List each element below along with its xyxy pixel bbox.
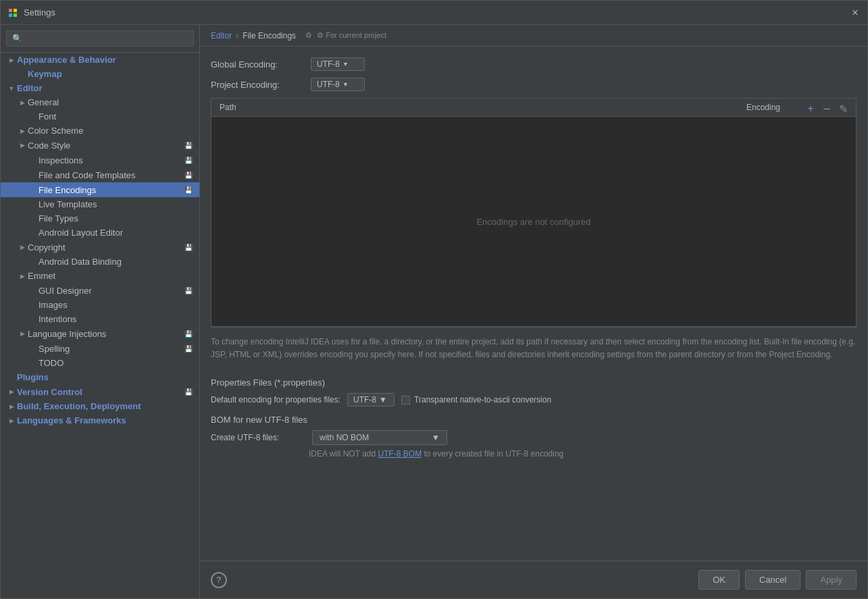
table-body-empty: Encodings are not configured: [211, 117, 856, 326]
bom-create-value: with NO BOM: [320, 433, 369, 442]
sidebar-item-gui-designer[interactable]: GUI Designer 💾: [1, 283, 199, 298]
arrow-icon: ▶: [17, 99, 28, 106]
titlebar: Settings ×: [1, 1, 867, 25]
sidebar-label: TODO: [39, 358, 194, 368]
sidebar-item-build-execution[interactable]: ▶ Build, Execution, Deployment: [1, 399, 199, 413]
sidebar-item-editor[interactable]: ▼ Editor: [1, 81, 199, 95]
sidebar-item-android-layout-editor[interactable]: Android Layout Editor: [1, 226, 199, 240]
search-input[interactable]: [6, 30, 194, 47]
sidebar-item-code-style[interactable]: ▶ Code Style 💾: [1, 138, 199, 153]
encodings-table: Path Encoding + − ✎ Encodings are not co…: [211, 98, 857, 327]
breadcrumb-editor-link[interactable]: Editor: [211, 31, 232, 41]
default-encoding-label: Default encoding for properties files:: [211, 395, 340, 405]
arrow-icon: ▶: [17, 330, 28, 337]
sidebar-item-version-control[interactable]: ▶ Version Control 💾: [1, 384, 199, 399]
sidebar-label: Android Data Binding: [39, 257, 194, 267]
sidebar-item-plugins[interactable]: Plugins: [1, 370, 199, 384]
add-encoding-button[interactable]: +: [803, 101, 818, 116]
table-header: Path Encoding + − ✎: [211, 99, 856, 117]
transparent-checkbox-wrapper: Transparent native-to-ascii conversion: [401, 395, 551, 405]
settings-window: Settings × ▶ Appearance & Behavior Keyma…: [0, 0, 868, 599]
sidebar-label: Version Control: [17, 387, 180, 397]
arrow-icon: ▶: [6, 417, 17, 424]
sidebar-label: Spelling: [39, 344, 180, 354]
sidebar: ▶ Appearance & Behavior Keymap ▼ Editor …: [1, 25, 200, 598]
dropdown-arrow-icon: ▼: [342, 81, 349, 88]
gear-icon: ⚙: [305, 31, 312, 39]
dropdown-arrow-icon: ▼: [379, 395, 387, 405]
path-column-header: Path: [220, 103, 746, 112]
close-button[interactable]: ×: [850, 7, 861, 18]
sidebar-label: Emmet: [28, 271, 194, 281]
save-icon: 💾: [183, 386, 194, 397]
sidebar-label: File Encodings: [39, 185, 180, 195]
transparent-label: Transparent native-to-ascii conversion: [414, 395, 551, 405]
sidebar-item-color-scheme[interactable]: ▶ Color Scheme: [1, 124, 199, 138]
project-encoding-row: Project Encoding: UTF-8 ▼: [211, 78, 857, 91]
sidebar-item-language-injections[interactable]: ▶ Language Injections 💾: [1, 326, 199, 341]
properties-encoding-dropdown[interactable]: UTF-8 ▼: [347, 393, 394, 407]
sidebar-label: Editor: [17, 83, 194, 93]
svg-rect-2: [9, 14, 12, 17]
sidebar-item-general[interactable]: ▶ General: [1, 95, 199, 109]
bom-note-prefix: IDEA will NOT add: [309, 449, 378, 459]
breadcrumb-current: File Encodings: [242, 31, 296, 41]
sidebar-item-spelling[interactable]: Spelling 💾: [1, 341, 199, 356]
project-encoding-dropdown[interactable]: UTF-8 ▼: [311, 78, 365, 91]
sidebar-label: Language Injections: [28, 329, 180, 339]
sidebar-label: Live Templates: [39, 199, 194, 209]
edit-encoding-button[interactable]: ✎: [836, 101, 850, 116]
sidebar-label: General: [28, 97, 194, 107]
sidebar-item-copyright[interactable]: ▶ Copyright 💾: [1, 240, 199, 255]
sidebar-label: Languages & Frameworks: [17, 415, 194, 425]
remove-encoding-button[interactable]: −: [819, 101, 834, 116]
svg-rect-0: [9, 9, 12, 12]
table-toolbar: + − ✎: [803, 101, 850, 116]
sidebar-item-file-code-templates[interactable]: File and Code Templates 💾: [1, 167, 199, 182]
global-encoding-dropdown[interactable]: UTF-8 ▼: [311, 57, 365, 71]
help-button[interactable]: ?: [211, 572, 227, 588]
create-utf8-label: Create UTF-8 files:: [211, 433, 305, 442]
arrow-icon: ▶: [17, 273, 28, 280]
properties-encoding-value: UTF-8: [353, 395, 376, 405]
sidebar-item-keymap[interactable]: Keymap: [1, 67, 199, 81]
sidebar-item-intentions[interactable]: Intentions: [1, 312, 199, 326]
sidebar-label: Android Layout Editor: [39, 228, 194, 238]
sidebar-item-emmet[interactable]: ▶ Emmet: [1, 269, 199, 283]
ok-button[interactable]: OK: [698, 570, 740, 590]
sidebar-item-live-templates[interactable]: Live Templates: [1, 197, 199, 211]
app-icon: [7, 7, 18, 18]
sidebar-item-android-data-binding[interactable]: Android Data Binding: [1, 255, 199, 269]
bom-create-row: Create UTF-8 files: with NO BOM ▼: [211, 430, 857, 445]
save-icon: 💾: [183, 242, 194, 253]
transparent-checkbox[interactable]: [401, 396, 410, 405]
bom-note-suffix: to every created file in UTF-8 encoding: [422, 449, 563, 459]
sidebar-label: Plugins: [17, 372, 194, 382]
sidebar-item-font[interactable]: Font: [1, 109, 199, 124]
arrow-icon: ▶: [6, 57, 17, 63]
sidebar-item-languages-frameworks[interactable]: ▶ Languages & Frameworks: [1, 413, 199, 427]
properties-section: Properties Files (*.properties) Default …: [211, 377, 857, 407]
properties-encoding-row: Default encoding for properties files: U…: [211, 393, 857, 407]
save-icon: 💾: [183, 328, 194, 339]
properties-section-title: Properties Files (*.properties): [211, 377, 857, 388]
arrow-icon: ▼: [6, 85, 17, 92]
sidebar-label: File and Code Templates: [39, 170, 180, 180]
bom-create-dropdown[interactable]: with NO BOM ▼: [312, 430, 447, 445]
sidebar-tree: ▶ Appearance & Behavior Keymap ▼ Editor …: [1, 53, 199, 598]
cancel-button[interactable]: Cancel: [745, 570, 800, 590]
sidebar-item-inspections[interactable]: Inspections 💾: [1, 153, 199, 167]
save-icon: 💾: [183, 285, 194, 296]
sidebar-label: Build, Execution, Deployment: [17, 401, 194, 411]
sidebar-item-file-types[interactable]: File Types: [1, 211, 199, 226]
save-icon: 💾: [183, 155, 194, 165]
bom-link[interactable]: UTF-8 BOM: [378, 449, 422, 459]
sidebar-item-images[interactable]: Images: [1, 298, 199, 312]
arrow-icon: ▶: [17, 244, 28, 251]
dropdown-arrow-icon: ▼: [432, 433, 440, 442]
sidebar-item-file-encodings[interactable]: File Encodings 💾: [1, 182, 199, 197]
dropdown-arrow-icon: ▼: [342, 61, 349, 68]
apply-button[interactable]: Apply: [806, 570, 857, 590]
sidebar-item-todo[interactable]: TODO: [1, 356, 199, 370]
sidebar-item-appearance[interactable]: ▶ Appearance & Behavior: [1, 53, 199, 67]
